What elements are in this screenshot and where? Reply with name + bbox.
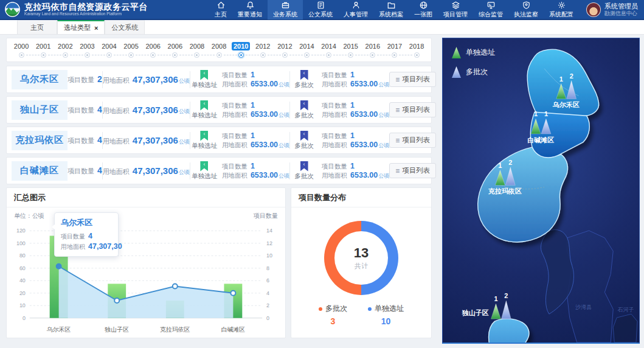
nav-item-enforcement[interactable]: 执法监察 — [508, 0, 544, 19]
map-region-dushanzi[interactable] — [489, 319, 529, 343]
svg-text:10: 10 — [19, 302, 26, 308]
tab-site-type[interactable]: 选址类型 × — [57, 20, 105, 34]
map-district-label: 独山子区 — [462, 309, 489, 316]
year-item-2003[interactable]: 2003 — [76, 42, 98, 58]
user-menu[interactable]: 系统管理员 勘测信息中心 — [579, 2, 644, 17]
year-item-2001[interactable]: 2001 — [32, 42, 54, 58]
map-region-baijiantan[interactable] — [530, 112, 589, 158]
year-dot — [326, 52, 331, 58]
nav-item-hr[interactable]: 人事管理 — [338, 0, 373, 19]
map-globe-icon — [419, 1, 428, 10]
year-item-2012[interactable]: 2012 — [252, 42, 274, 58]
year-dot — [414, 52, 420, 58]
user-avatar — [586, 2, 601, 17]
nav-item-settings[interactable]: 系统配置 — [544, 0, 579, 19]
donut-total: 13 — [354, 245, 369, 261]
summary-chart-title: 汇总图示 — [7, 188, 285, 207]
year-item-2016[interactable]: 2016 — [362, 42, 384, 58]
district-name: 克拉玛依区 — [12, 131, 68, 150]
year-item-2008[interactable]: 2008 — [186, 42, 208, 58]
year-item-2006[interactable]: 2006 — [142, 42, 164, 58]
city-map-panel[interactable]: 单独选址 多批次 — [442, 38, 640, 344]
svg-text:4: 4 — [266, 290, 269, 296]
bell-icon — [246, 1, 255, 10]
svg-text:8: 8 — [266, 265, 269, 271]
map-district-label: 白碱滩区 — [527, 136, 554, 144]
nav-item-supervision[interactable]: 综合监管 — [473, 0, 508, 19]
year-dot — [282, 52, 288, 58]
year-item-2015[interactable]: 2015 — [340, 42, 362, 58]
multi-batch-ribbon-icon: ‹ — [300, 100, 308, 111]
project-list-button[interactable]: ≡项目列表 — [389, 72, 436, 87]
legend-item-single-site[interactable]: 单独选址 10 — [368, 304, 404, 326]
map-district-label: 乌尔禾区 — [552, 101, 580, 108]
legend-dot — [368, 307, 372, 311]
nav-item-archives[interactable]: 系统档案 — [373, 0, 409, 19]
district-row-baijiantan: 白碱滩区 项目数量4 用地面积47,307,306公顷 ‹单独选址 项目数量1 … — [6, 157, 432, 184]
nav-item-notices[interactable]: 重要通知 — [232, 0, 268, 19]
donut-chart[interactable]: 13 共计 — [324, 221, 398, 295]
tab-bar: 主页 选址类型 × 公文系统 — [0, 20, 644, 35]
year-dot — [172, 52, 178, 58]
year-item-2010[interactable]: 2010 — [230, 42, 252, 58]
svg-text:1: 1 — [498, 162, 502, 169]
list-icon: ≡ — [395, 137, 400, 144]
list-icon: ≡ — [395, 167, 400, 175]
layers-icon — [451, 1, 460, 10]
svg-text:12: 12 — [266, 240, 272, 246]
svg-text:14: 14 — [266, 228, 272, 234]
legend-item-multi-batch[interactable]: 多批次 3 — [319, 304, 347, 326]
project-list-button[interactable]: ≡项目列表 — [389, 102, 436, 117]
svg-text:白碱滩区: 白碱滩区 — [221, 326, 245, 333]
legend-dot — [319, 307, 322, 311]
year-timeline: 2000200120022003200420052006200620082008… — [6, 38, 432, 62]
nav-item-home[interactable]: 主页 — [209, 0, 232, 19]
multi-batch-ribbon-icon: ‹ — [300, 131, 308, 141]
project-list-button[interactable]: ≡项目列表 — [389, 163, 436, 178]
year-item-2014[interactable]: 2014 — [296, 42, 317, 58]
year-dot — [216, 52, 222, 58]
map-region-wuerhe[interactable] — [527, 49, 599, 122]
app-title: 克拉玛依市自然资源政务云平台 Karamay Land and Resource… — [24, 2, 148, 16]
district-row-dushanzi: 独山子区 项目数量4 用地面积47,307,306公顷 ‹单独选址 项目数量1 … — [6, 96, 432, 124]
svg-text:2: 2 — [266, 302, 269, 308]
map-legend: 单独选址 多批次 — [452, 47, 495, 86]
briefcase-icon — [281, 1, 290, 10]
year-item-2008[interactable]: 2008 — [208, 42, 230, 58]
year-item-2018[interactable]: 2018 — [406, 42, 428, 58]
single-site-ribbon-icon: ‹ — [200, 70, 208, 80]
tab-documents[interactable]: 公文系统 — [105, 20, 145, 34]
donut-total-label: 共计 — [355, 262, 368, 271]
year-item-2000[interactable]: 2000 — [10, 42, 32, 58]
year-item-2017[interactable]: 2017 — [384, 42, 406, 58]
tab-home[interactable]: 主页 — [17, 20, 57, 34]
main-nav: 主页 重要通知 业务系统 公文系统 人事管理 系统档案 一张图 项目管理 — [209, 0, 579, 19]
year-item-2012[interactable]: 2012 — [274, 42, 296, 58]
year-item-2004[interactable]: 2004 — [98, 42, 120, 58]
svg-text:40: 40 — [19, 277, 26, 284]
year-item-2002[interactable]: 2002 — [54, 42, 76, 58]
year-item-2005[interactable]: 2005 — [120, 42, 142, 58]
year-dot — [41, 52, 46, 58]
multi-batch-ribbon-icon: ‹ — [300, 70, 308, 80]
year-item-2014[interactable]: 2014 — [318, 42, 340, 58]
list-icon: ≡ — [395, 106, 400, 114]
svg-text:克拉玛依区: 克拉玛依区 — [160, 326, 190, 333]
nav-item-documents[interactable]: 公文系统 — [303, 0, 338, 19]
year-item-2006[interactable]: 2006 — [164, 42, 186, 58]
nav-item-business[interactable]: 业务系统 — [268, 0, 303, 19]
svg-text:1: 1 — [544, 110, 548, 117]
svg-text:6: 6 — [266, 277, 269, 284]
combo-chart[interactable]: 0010220440660880101001212014乌尔禾区独山子区克拉玛依… — [7, 222, 285, 340]
year-dot — [128, 52, 134, 58]
multi-batch-ribbon-icon: ‹ — [300, 161, 308, 172]
list-icon: ≡ — [395, 76, 400, 83]
document-icon — [316, 1, 325, 10]
project-list-button[interactable]: ≡项目列表 — [389, 133, 436, 148]
multi-batch-marker-icon — [501, 301, 511, 319]
nav-item-projects[interactable]: 项目管理 — [438, 0, 473, 19]
tab-close-icon[interactable]: × — [94, 24, 98, 32]
nav-item-onemap[interactable]: 一张图 — [409, 0, 438, 19]
distribution-panel: 项目数量分布 13 共计 多批次 3 单独选址 — [291, 187, 432, 338]
single-site-ribbon-icon: ‹ — [200, 161, 208, 172]
